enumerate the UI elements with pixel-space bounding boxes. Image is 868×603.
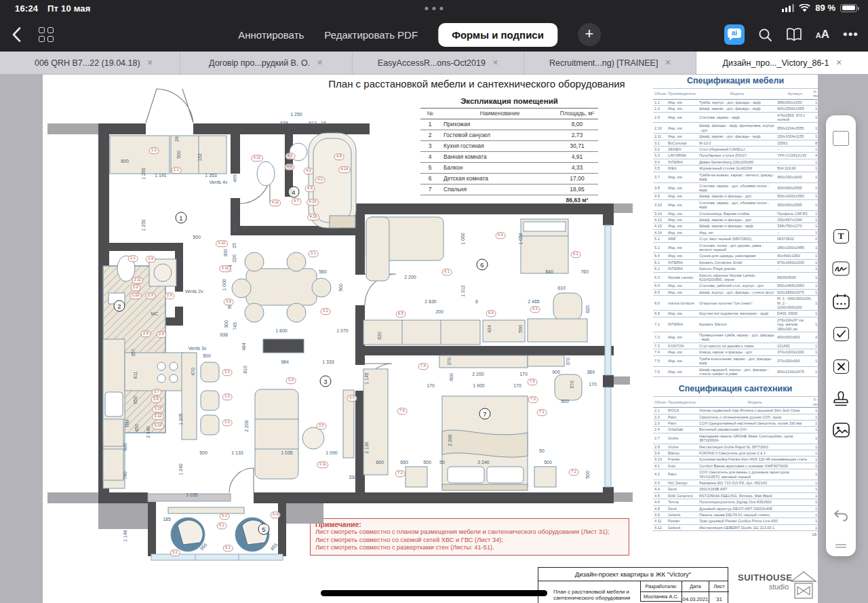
tab-close-icon[interactable]: ✕	[665, 58, 671, 67]
image-icon[interactable]	[832, 421, 850, 439]
tab-label: Recruitment...ng) [TRAINEE]	[549, 58, 658, 68]
multitask-dots-icon	[425, 7, 443, 10]
tab-close-icon[interactable]: ✕	[492, 58, 498, 67]
top-chrome: 16:24 Пт 10 мая 89 % Аннотиров	[0, 0, 868, 52]
table-row: 7.2 Инд. изг. Примерочная тумба, каркас …	[653, 332, 818, 343]
table-row: 4.12 Geberit Инсталляция GEBERIT Duofix …	[653, 525, 818, 531]
checkbox-cross-icon[interactable]	[832, 357, 850, 375]
room-number: 2	[420, 130, 439, 140]
stamp-icon[interactable]	[832, 390, 850, 408]
tab-bar: 006 QRH B7...22 (19.04.18) ✕ Договір про…	[0, 52, 868, 75]
table-row: 4.12 Инд. изг. Шкаф, каркас и фасады - д…	[653, 217, 818, 223]
table-row: 4.4 Devit 1501X160B ART 1	[653, 486, 818, 492]
col-n: №	[420, 109, 439, 119]
back-icon[interactable]	[12, 27, 21, 42]
table-row: 6 Детская комната 17,00	[420, 174, 598, 184]
home-indicator[interactable]	[321, 590, 547, 596]
pdf-page: План с расстановкой мебели и сантехничес…	[43, 75, 818, 603]
tab-close-icon[interactable]: ✕	[147, 58, 153, 67]
table-row: 3.6 Blanco FONTAS II Смеситель для кухни…	[653, 450, 818, 456]
room-area: 17,00	[556, 174, 598, 184]
table-row: 3.13 Franke Кухонная мойка Franke Aton A…	[653, 456, 818, 463]
table-row: 6.2 INTERIA Кресло Piega grande -- 1	[653, 266, 818, 272]
spec-page-marker: 18	[653, 531, 818, 537]
document-tab[interactable]: Договір про...рудкий В. О. ✕	[180, 52, 353, 74]
explication-table: Экспликация помещений № Наименование Пло…	[420, 97, 598, 206]
signature-icon[interactable]	[832, 260, 850, 277]
explication-title: Экспликация помещений	[420, 97, 598, 105]
table-row: 7.1 INTERIA Кровать Silence 276x224x97 с…	[653, 317, 818, 332]
table-row: 4.13 Инд. изг. Шкаф, каркас и фасады - м…	[653, 223, 818, 229]
table-row: 5.4 Инд. изг. Сушка для одежды, раскладн…	[653, 253, 818, 259]
room-number: 1	[420, 119, 439, 130]
table-row: 6.6 Ivanna furniture Открытые полочки "I…	[653, 296, 818, 311]
table-row: 5.2 Инд. изг. Стеллаж, полки - дсп дерев…	[653, 243, 818, 254]
table-row: 4.9 Geberit Панель смыва DELTA 51 черный…	[653, 512, 818, 518]
grid-view-icon[interactable]	[39, 27, 54, 42]
tab-close-icon[interactable]: ✕	[835, 58, 842, 67]
table-row: 2.2 Paini Смеситель с гигиеническим душе…	[653, 414, 818, 421]
clock: 16:24	[15, 3, 38, 14]
note-lines: Лист смотреть совместно с планом размеще…	[315, 528, 624, 552]
tab-close-icon[interactable]: ✕	[317, 58, 323, 67]
table-row: 3.3 LAFORMA Полубарные стулья ZIGGY YPh-…	[653, 153, 818, 159]
add-button[interactable]: +	[578, 23, 601, 46]
text-settings-icon[interactable]: AA	[816, 28, 829, 41]
annotate-button[interactable]: Аннотировать	[238, 29, 304, 41]
table-row: 4.5 RAK Ceramics RST23504A FEELING, Riml…	[653, 493, 818, 499]
ai-assistant-icon[interactable]: ai	[724, 24, 745, 45]
room-number: 7	[420, 184, 439, 195]
table-row: 3.14 Инд. изг. Столешница, Барная стойка…	[653, 211, 818, 217]
room-name: Спальня	[439, 184, 556, 195]
spec-header: Обозн. Производитель Модель К-тво	[653, 396, 818, 408]
table-row: 3.10 Инд. изг. Стеллаж, каркас - дсп, об…	[653, 200, 818, 211]
tab-label: Дизайн_про..._Victory_86-1	[722, 58, 829, 68]
table-row: 4.2 Paini COX Смеситель для ванны с душе…	[653, 469, 818, 480]
table-row: 4.6 Terma Полотенцесушитель Zigzag One 8…	[653, 499, 818, 505]
search-icon[interactable]	[758, 28, 772, 42]
table-row: 2.3 Paini COX Однорычажный настенный сме…	[653, 421, 818, 427]
checkbox-check-icon[interactable]	[832, 325, 850, 343]
studio-sub: studio	[738, 583, 789, 591]
room-area: 30,71	[556, 141, 598, 151]
reader-book-icon[interactable]	[786, 28, 802, 41]
note-line: Лист смотреть совместно с планом размеще…	[315, 528, 624, 537]
room-name: Детская комната	[439, 174, 556, 184]
undo-icon[interactable]	[832, 507, 850, 524]
document-tab[interactable]: Дизайн_про..._Victory_86-1 ✕	[696, 52, 868, 74]
table-row: 7 Спальня 18,95	[420, 184, 598, 195]
table-row: 5 Балкон 4,33	[420, 163, 598, 174]
date-field-icon[interactable]	[832, 292, 850, 310]
edit-pdf-button[interactable]: Редактировать PDF	[324, 29, 418, 41]
more-menu-icon[interactable]: •••	[843, 31, 859, 38]
table-row: 2.8 Grohe Инсталляция Grohe Rapid SL 387…	[653, 444, 818, 450]
document-tab[interactable]: 006 QRH B7...22 (19.04.18) ✕	[8, 52, 180, 74]
table-row: 4.3 NIC Design Раковина 001 713 013 Pill…	[653, 480, 818, 486]
palette-drag-handle[interactable]	[835, 547, 846, 548]
battery-icon	[840, 4, 857, 12]
table-row: 2.1 ROCA Унитаз подвесной Gap Rimless с …	[653, 408, 818, 414]
forms-signatures-button[interactable]: Формы и подписи	[438, 23, 557, 47]
title-block-frame: Дизайн-проект квартиры в ЖК "Victory" Пл…	[538, 567, 728, 603]
tab-label: EasyAccessR...ons-Oct2019	[378, 58, 486, 68]
toolbar: Аннотировать Редактировать PDF Формы и п…	[0, 18, 868, 52]
note-box: Примечание: Лист смотреть совместно с пл…	[310, 518, 629, 556]
date-value: 04.03.2021	[682, 592, 709, 603]
table-row: 3.8 Инд. изг. Стеллаж, каркас - дсп, обш…	[653, 183, 818, 194]
table-row: 6.4 Инд. изг. Стеллаж, рабочий стол, кор…	[653, 283, 818, 289]
title-block: Дизайн-проект квартиры в ЖК "Victory" Пл…	[538, 567, 817, 603]
marquee-select-icon[interactable]	[832, 130, 850, 147]
table-row: 7.6 Инд. изг. Шкаф-гардероб, корпус - дс…	[653, 367, 818, 378]
text-field-icon[interactable]: T	[832, 227, 850, 245]
note-line: Лист смотреть совместно со схемой сетей …	[315, 537, 624, 545]
wifi-icon	[799, 4, 810, 12]
room-number: 5	[420, 163, 439, 173]
document-tab[interactable]: EasyAccessR...ons-Oct2019 ✕	[353, 52, 525, 74]
table-row: 3.2 ZEGEN Стол обеденный CAVELLI -- 1	[653, 147, 818, 153]
date-label: Дата	[682, 581, 709, 592]
table-row: 2.4 OrbaSab Бетонный умывальник OVI 1	[653, 427, 818, 433]
room-area: 18,95	[556, 184, 598, 195]
table-row: 3.4 INTERIA Диван Santemberg 220x100x80 …	[653, 159, 818, 166]
room-name: Кухня гостиная	[439, 141, 556, 151]
document-tab[interactable]: Recruitment...ng) [TRAINEE] ✕	[524, 52, 696, 74]
